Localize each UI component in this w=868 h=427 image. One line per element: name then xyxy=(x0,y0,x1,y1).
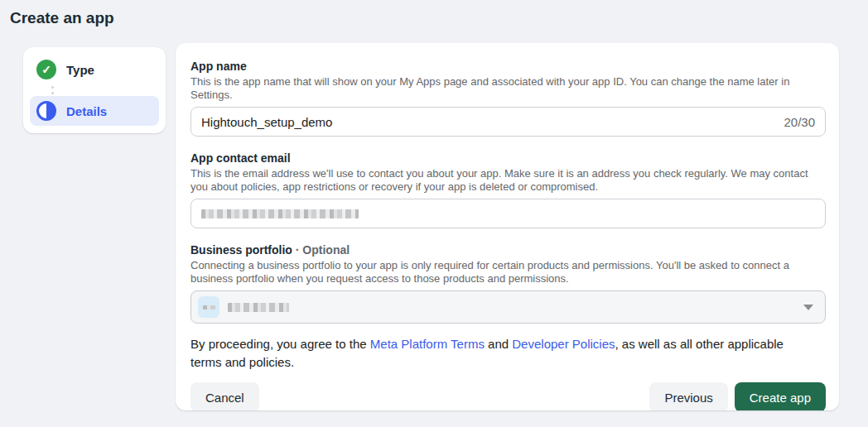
check-circle-icon: ✓ xyxy=(36,60,56,79)
developer-policies-link[interactable]: Developer Policies xyxy=(512,337,615,351)
business-portfolio-dropdown[interactable] xyxy=(190,290,826,324)
app-name-input-wrap: 20/30 xyxy=(190,107,826,137)
redacted-avatar-text xyxy=(203,305,215,309)
chevron-down-icon xyxy=(803,305,813,310)
contact-email-description: This is the email address we'll use to c… xyxy=(190,167,826,194)
step-details[interactable]: Details xyxy=(30,96,159,126)
optional-badge: · Optional xyxy=(292,243,350,257)
app-name-description: This is the app name that will show on y… xyxy=(190,75,826,102)
business-portfolio-label: Business portfolio · Optional xyxy=(190,243,826,257)
step-connector-dots xyxy=(51,86,159,94)
terms-text: By proceeding, you agree to the Meta Pla… xyxy=(190,335,816,372)
app-name-section: App name This is the app name that will … xyxy=(190,60,826,137)
step-type-label: Type xyxy=(66,63,94,77)
cancel-button[interactable]: Cancel xyxy=(190,382,259,410)
contact-email-section: App contact email This is the email addr… xyxy=(190,151,826,228)
contact-email-label: App contact email xyxy=(190,151,826,166)
stepper-card: ✓ Type Details xyxy=(23,47,166,133)
create-app-form-card: App name This is the app name that will … xyxy=(176,43,839,410)
previous-button[interactable]: Previous xyxy=(649,382,727,410)
business-portfolio-section: Business portfolio · Optional Connecting… xyxy=(190,243,826,324)
half-circle-icon xyxy=(36,101,56,121)
app-name-char-counter: 20/30 xyxy=(784,115,815,129)
page-title: Create an app xyxy=(10,9,114,27)
contact-email-input[interactable] xyxy=(190,199,826,228)
step-details-label: Details xyxy=(66,104,107,118)
create-app-button[interactable]: Create app xyxy=(735,382,826,410)
redacted-email-value xyxy=(201,209,359,218)
portfolio-avatar xyxy=(198,296,219,318)
footer-actions: Cancel Previous Create app xyxy=(190,382,826,410)
step-type[interactable]: ✓ Type xyxy=(30,55,159,84)
meta-platform-terms-link[interactable]: Meta Platform Terms xyxy=(370,337,485,351)
business-portfolio-description: Connecting a business portfolio to your … xyxy=(190,259,826,285)
app-name-input[interactable] xyxy=(201,115,777,129)
app-name-label: App name xyxy=(190,60,826,74)
redacted-portfolio-name xyxy=(228,303,289,312)
